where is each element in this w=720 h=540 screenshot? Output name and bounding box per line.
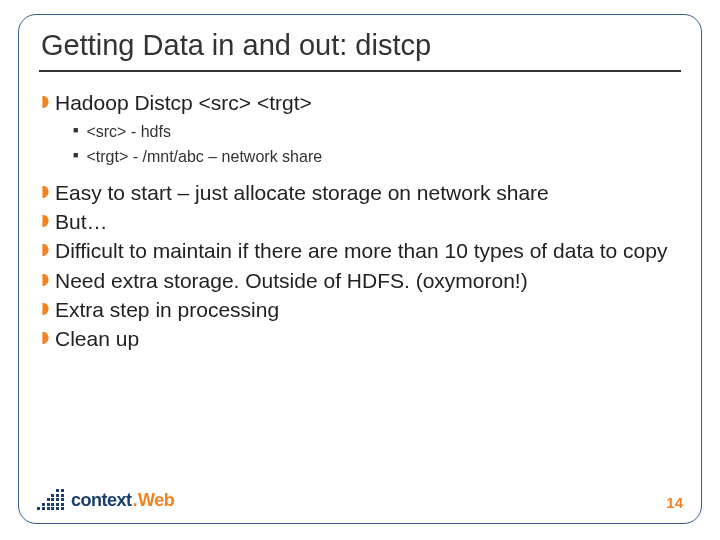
- bullet-text: <src> - hdfs: [86, 121, 170, 143]
- sub-bullet-group: ■ <src> - hdfs ■ <trgt> - /mnt/abc – net…: [39, 121, 681, 168]
- square-bullet-icon: ■: [73, 146, 78, 165]
- bullet-text: Difficult to maintain if there are more …: [55, 238, 667, 263]
- page-number: 14: [666, 494, 683, 513]
- bullet-text: Extra step in processing: [55, 297, 279, 322]
- bullet-level1: ◗ Extra step in processing: [41, 297, 681, 322]
- logo-mark-icon: [35, 487, 67, 513]
- bullet-text: Clean up: [55, 326, 139, 351]
- footer: context.Web 14: [35, 487, 683, 513]
- arrow-bullet-icon: ◗: [41, 238, 49, 260]
- bullet-text: <trgt> - /mnt/abc – network share: [86, 146, 322, 168]
- arrow-bullet-icon: ◗: [41, 90, 49, 112]
- bullet-level1: ◗ Hadoop Distcp <src> <trgt>: [41, 90, 681, 115]
- bullet-text: Need extra storage. Outside of HDFS. (ox…: [55, 268, 528, 293]
- slide-frame: Getting Data in and out: distcp ◗ Hadoop…: [18, 14, 702, 524]
- arrow-bullet-icon: ◗: [41, 180, 49, 202]
- bullet-level1: ◗ Clean up: [41, 326, 681, 351]
- square-bullet-icon: ■: [73, 121, 78, 140]
- logo-text-web: Web: [138, 490, 174, 511]
- bullet-level1: ◗ But…: [41, 209, 681, 234]
- slide-title: Getting Data in and out: distcp: [39, 25, 681, 70]
- bullet-text: But…: [55, 209, 108, 234]
- bullet-level1: ◗ Need extra storage. Outside of HDFS. (…: [41, 268, 681, 293]
- arrow-bullet-icon: ◗: [41, 209, 49, 231]
- bullet-text: Easy to start – just allocate storage on…: [55, 180, 549, 205]
- logo-text-context: context: [71, 490, 132, 511]
- slide: Getting Data in and out: distcp ◗ Hadoop…: [0, 0, 720, 540]
- logo-text: context.Web: [71, 490, 174, 511]
- bullet-level2: ■ <trgt> - /mnt/abc – network share: [73, 146, 681, 168]
- bullet-level2: ■ <src> - hdfs: [73, 121, 681, 143]
- bullet-level1: ◗ Difficult to maintain if there are mor…: [41, 238, 681, 263]
- arrow-bullet-icon: ◗: [41, 297, 49, 319]
- arrow-bullet-icon: ◗: [41, 326, 49, 348]
- logo: context.Web: [35, 487, 174, 513]
- bullet-level1: ◗ Easy to start – just allocate storage …: [41, 180, 681, 205]
- title-underline: [39, 70, 681, 72]
- arrow-bullet-icon: ◗: [41, 268, 49, 290]
- bullet-text: Hadoop Distcp <src> <trgt>: [55, 90, 312, 115]
- slide-body: ◗ Hadoop Distcp <src> <trgt> ■ <src> - h…: [39, 90, 681, 351]
